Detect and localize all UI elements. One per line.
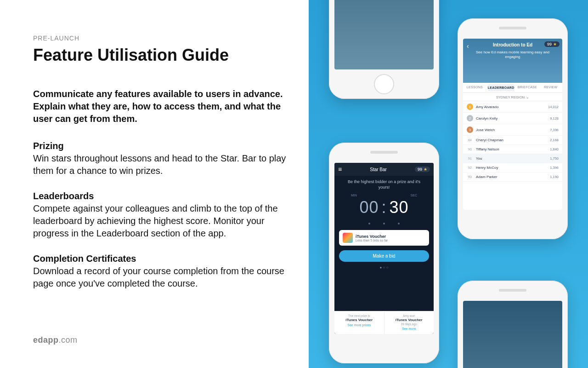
tab-briefcase[interactable]: BRIEFCASE xyxy=(516,83,539,92)
rank-number: 93 xyxy=(467,175,473,178)
phone-speaker xyxy=(499,289,526,292)
star-icon: ★ xyxy=(553,42,557,46)
player-name: Tiffany Nelson xyxy=(476,147,550,151)
content-panel: PRE-LAUNCH Feature Utilisation Guide Com… xyxy=(0,0,309,368)
leaderboard-screen: ‹ 99 ★ Introduction to Ed See how Ed mak… xyxy=(463,39,562,210)
leaderboard-row[interactable]: 90Tiffany Nelson1,840 xyxy=(463,145,562,154)
player-score: 1,840 xyxy=(550,147,559,151)
leaderboard-list: 1Amy Alvarado14,0122Carolyn Kelly9,1283J… xyxy=(463,101,562,210)
starbar-subtitle: Be the highest bidder on a prize and it'… xyxy=(334,176,434,194)
menu-icon[interactable]: ≡ xyxy=(338,166,342,173)
page-title: Feature Utilisation Guide xyxy=(33,46,290,65)
tab-leaderboard[interactable]: LEADERBOARD xyxy=(488,84,514,91)
section-certificates: Completion Certificates Download a recor… xyxy=(33,253,290,290)
section-body: Win stars throughout lessons and head to… xyxy=(33,152,290,177)
medal-icon: 3 xyxy=(467,126,473,133)
phone-leaderboard: ‹ 99 ★ Introduction to Ed See how Ed mak… xyxy=(458,18,568,239)
section-prizing: Prizing Win stars throughout lessons and… xyxy=(33,141,290,177)
section-title: Leaderboards xyxy=(33,191,290,201)
tab-lessons[interactable]: LESSONS xyxy=(463,83,486,92)
star-icon: ★ xyxy=(424,167,427,172)
medal-icon: 2 xyxy=(467,115,473,121)
timer-minutes: 00 xyxy=(359,198,379,217)
medal-icon: 1 xyxy=(467,104,473,110)
rank-number: 92 xyxy=(467,166,473,169)
device-showcase: ‹ 99 ★ Introduction to Ed See how Ed mak… xyxy=(309,0,588,368)
prize-subtitle: Less than 5 bids so far xyxy=(356,239,425,242)
stars-badge[interactable]: 99 ★ xyxy=(415,167,430,172)
leaderboard-row[interactable]: 84Cheryl Chapman2,168 xyxy=(463,136,562,145)
voucher-icon xyxy=(343,233,353,243)
sec-label: SEC xyxy=(411,194,417,197)
course-subtitle: See how Ed makes mobile learning easy an… xyxy=(467,50,559,60)
player-score: 1,750 xyxy=(550,156,559,161)
winner-time: 28 days ago xyxy=(387,322,431,326)
phone-starbar: ≡ Star Bar 99 ★ Be the highest bidder on… xyxy=(329,143,439,363)
timer-colon: : xyxy=(381,198,386,217)
home-button-icon xyxy=(374,74,394,94)
pager-dots: ● ○ ○ xyxy=(334,264,434,271)
star-count: 99 xyxy=(547,42,552,46)
player-name: You xyxy=(476,156,550,161)
starbar-screen: ≡ Star Bar 99 ★ Be the highest bidder on… xyxy=(334,163,434,334)
winner-label: Amy won xyxy=(387,314,431,317)
leaderboard-row[interactable]: 93Adam Parker1,190 xyxy=(463,172,562,182)
player-name: Cheryl Chapman xyxy=(476,138,550,142)
player-name: Jose Welch xyxy=(476,128,550,132)
phone-speaker xyxy=(370,151,398,154)
phone-screen-blank xyxy=(463,301,562,368)
phone-decorative-bottom xyxy=(458,281,568,368)
rank-number: 90 xyxy=(467,148,473,151)
leaderboard-row[interactable]: 92Henry McCoy1,396 xyxy=(463,163,562,172)
leaderboard-row[interactable]: 1Amy Alvarado14,012 xyxy=(463,101,562,113)
section-leaderboards: Leaderboards Compete against your collea… xyxy=(33,191,290,240)
phone-decorative-top xyxy=(329,0,439,99)
player-score: 9,128 xyxy=(550,116,559,121)
brand-domain: .com xyxy=(59,335,78,345)
leaderboard-row[interactable]: 3Jose Welch7,336 xyxy=(463,124,562,136)
player-score: 1,396 xyxy=(550,166,559,170)
player-score: 14,012 xyxy=(548,105,559,109)
leaderboard-row[interactable]: 91You1,750 xyxy=(463,154,562,163)
section-title: Completion Certificates xyxy=(33,253,290,264)
phone-screen-blank xyxy=(334,0,434,69)
player-name: Carolyn Kelly xyxy=(476,116,550,121)
recent-winner-block[interactable]: Amy won iTunes Voucher 28 days ago See m… xyxy=(384,311,434,334)
eyebrow: PRE-LAUNCH xyxy=(33,34,290,42)
section-title: Prizing xyxy=(33,141,290,151)
timer-labels: MIN SEC xyxy=(334,194,434,197)
prize-card[interactable]: iTunes Voucher Less than 5 bids so far xyxy=(339,230,429,246)
rank-number: 84 xyxy=(467,138,473,142)
stars-badge[interactable]: 99 ★ xyxy=(544,41,560,47)
player-score: 1,190 xyxy=(550,175,559,179)
next-prize-label: The next prize is xyxy=(337,314,381,317)
rank-number: 91 xyxy=(467,157,473,160)
see-more-prizes-link[interactable]: See more prizes xyxy=(337,323,381,327)
prize-title: iTunes Voucher xyxy=(356,234,425,239)
timer-dots xyxy=(334,223,434,224)
star-count: 99 xyxy=(418,167,422,172)
leaderboard-row[interactable]: 2Carolyn Kelly9,128 xyxy=(463,113,562,124)
timer-seconds: 30 xyxy=(390,198,409,217)
lead-paragraph: Communicate any features available to us… xyxy=(33,88,290,125)
starbar-header: ≡ Star Bar 99 ★ xyxy=(334,163,434,176)
starbar-footer: The next prize is iTunes Voucher See mor… xyxy=(334,311,434,334)
tab-review[interactable]: REVIEW xyxy=(539,83,562,92)
region-selector[interactable]: SYDNEY REGION⌄ xyxy=(463,93,562,101)
winner-prize: iTunes Voucher xyxy=(387,318,431,322)
section-body: Compete against your colleagues and clim… xyxy=(33,202,290,240)
section-body: Download a record of your course complet… xyxy=(33,265,290,290)
chevron-down-icon: ⌄ xyxy=(526,95,529,99)
phone-speaker xyxy=(499,27,526,29)
player-name: Henry McCoy xyxy=(476,166,550,170)
back-icon[interactable]: ‹ xyxy=(467,42,469,50)
see-more-link[interactable]: See more xyxy=(387,327,431,330)
brand-logo: edapp.com xyxy=(33,335,78,345)
course-tabs: LESSONS LEADERBOARD BRIEFCASE REVIEW xyxy=(463,83,562,93)
make-bid-button[interactable]: Make a bid xyxy=(339,250,429,262)
next-prize-block[interactable]: The next prize is iTunes Voucher See mor… xyxy=(334,311,384,334)
player-score: 7,336 xyxy=(550,128,559,132)
brand-name: edapp xyxy=(33,335,59,345)
player-name: Amy Alvarado xyxy=(476,105,548,109)
player-name: Adam Parker xyxy=(476,175,550,179)
